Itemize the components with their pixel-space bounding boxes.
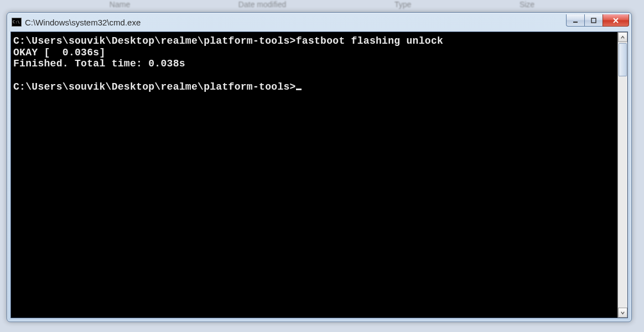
scroll-track[interactable]	[618, 42, 627, 308]
svg-rect-1	[591, 18, 596, 23]
terminal-output[interactable]: C:\Users\souvik\Desktop\realme\platform-…	[11, 32, 617, 318]
titlebar[interactable]: C:\ C:\Windows\system32\cmd.exe	[7, 13, 631, 32]
command-1: fastboot flashing unlock	[296, 35, 443, 46]
minimize-button[interactable]	[566, 14, 585, 27]
prompt-1: C:\Users\souvik\Desktop\realme\platform-…	[13, 35, 296, 46]
explorer-columns-background: Name Date modified Type Size	[0, 0, 644, 12]
cursor-icon	[296, 89, 302, 90]
window-title: C:\Windows\system32\cmd.exe	[25, 18, 567, 27]
scroll-down-button[interactable]	[618, 308, 627, 318]
minimize-icon	[572, 17, 579, 24]
close-button[interactable]	[603, 14, 629, 27]
bg-col-type: Type	[394, 0, 411, 12]
bg-col-name: Name	[110, 0, 130, 12]
prompt-2: C:\Users\souvik\Desktop\realme\platform-…	[13, 81, 296, 92]
svg-rect-0	[573, 22, 578, 23]
window-controls	[567, 14, 629, 27]
chevron-up-icon	[620, 35, 625, 40]
vertical-scrollbar[interactable]	[617, 32, 627, 318]
client-area: C:\Users\souvik\Desktop\realme\platform-…	[11, 32, 628, 318]
cmd-window: C:\ C:\Windows\system32\cmd.exe C:\Users…	[7, 12, 632, 322]
output-okay: OKAY [ 0.036s]	[13, 47, 106, 58]
scroll-up-button[interactable]	[618, 32, 627, 42]
scroll-thumb[interactable]	[619, 43, 627, 76]
output-finished: Finished. Total time: 0.038s	[13, 58, 185, 69]
bg-col-size: Size	[520, 0, 534, 12]
chevron-down-icon	[620, 310, 625, 315]
maximize-button[interactable]	[584, 14, 603, 27]
maximize-icon	[590, 17, 597, 24]
bg-col-date: Date modified	[238, 0, 286, 12]
close-icon	[612, 17, 619, 24]
cmd-icon: C:\	[12, 18, 22, 27]
